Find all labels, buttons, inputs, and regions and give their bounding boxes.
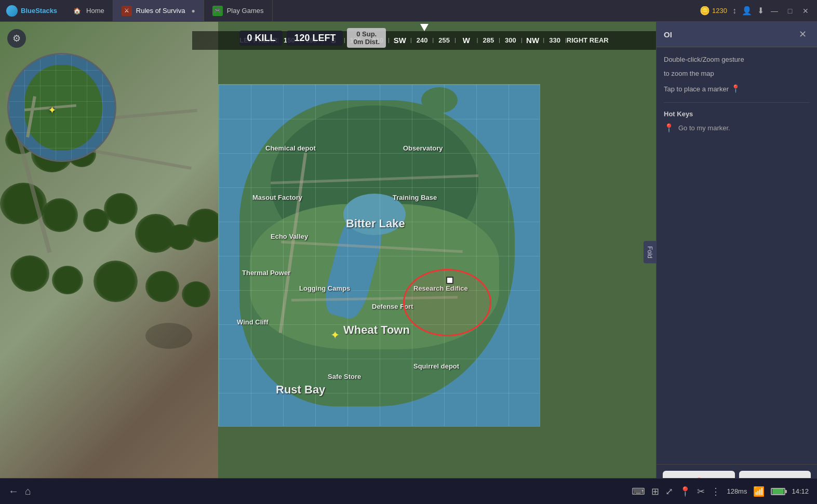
hotkey-1-label: Go to my marker.	[678, 124, 730, 132]
status-bar: ← ⌂ ⌨ ⊞ ⤢ 📍 ✂ ⋮ 128ms 📶 14:12	[0, 478, 817, 504]
user-icon: 👤	[742, 6, 752, 16]
home-icon: 🏠	[72, 6, 82, 16]
kill-counter: 0 KILL	[239, 31, 283, 46]
title-bar-right: 🪙 1230 ↕ 👤 ⬇ — □ ✕	[700, 6, 817, 16]
compass-300: 300	[500, 31, 521, 50]
ping-display: 128ms	[727, 487, 747, 495]
map-label-wheat: Wheat Town	[343, 323, 410, 337]
battery-display	[771, 488, 785, 495]
dist-label: 0m Dist.	[353, 38, 380, 46]
sup-label: 0 Sup.	[353, 30, 380, 38]
compass-nw: NW	[523, 31, 543, 50]
compass-285: 285	[478, 31, 499, 50]
close-button[interactable]: ✕	[800, 6, 811, 16]
wifi-icon: 📶	[753, 486, 765, 497]
tab-rules[interactable]: ⚔ Rules of Surviva ●	[113, 0, 204, 22]
map-label-wind: Wind Cliff	[237, 318, 269, 326]
compass-330: 330	[544, 31, 565, 50]
sup-display: 0 Sup. 0m Dist.	[347, 28, 386, 48]
tab-playgames-label: Play Games	[227, 7, 264, 15]
keyboard-icon[interactable]: ⌨	[632, 486, 645, 497]
bluestacks-label: BlueStacks	[21, 7, 57, 15]
hotkey-item-1: 📍 Go to my marker.	[664, 123, 810, 133]
download-icon: ⬇	[757, 6, 764, 16]
settings-button[interactable]: ⚙	[7, 29, 26, 48]
map-label-chemical-depot: Chemical depot	[265, 144, 316, 152]
pin-icon: 📍	[731, 84, 741, 93]
coin-icon: 🪙	[700, 6, 710, 16]
panel-close-button[interactable]: ✕	[795, 27, 810, 42]
panel-hint-3-text: Tap to place a marker	[664, 85, 729, 93]
scissors-icon[interactable]: ✂	[697, 486, 705, 497]
sidebar-panel: OI ✕ Double-click/Zoom gesture to zoom t…	[656, 22, 817, 504]
marker-icon[interactable]: 📍	[679, 486, 691, 497]
arrow-icon: ↕	[732, 6, 736, 16]
home-button[interactable]: ⌂	[25, 485, 31, 497]
panel-header: OI ✕	[657, 22, 817, 47]
panel-divider	[664, 102, 810, 103]
playgames-icon: 🎮	[212, 6, 223, 16]
game-area[interactable]: ⚙ ✦ LEFT REAR | 150	[0, 22, 656, 504]
panel-title: OI	[664, 30, 672, 39]
coin-area: 🪙 1230	[700, 6, 727, 16]
restore-button[interactable]: □	[785, 6, 795, 16]
map-grid	[219, 85, 540, 426]
map-label-safe: Safe Store	[328, 373, 361, 380]
hud-counters: 0 KILL 120 LEFT 0 Sup. 0m Dist.	[239, 28, 386, 48]
coin-count: 1230	[712, 7, 727, 15]
more-icon[interactable]: ⋮	[711, 486, 720, 497]
layout-icon[interactable]: ⊞	[651, 486, 659, 497]
tab-playgames[interactable]: 🎮 Play Games	[204, 0, 273, 22]
left-counter: 120 LEFT	[287, 31, 343, 46]
map-label-training: Training Base	[393, 194, 437, 201]
compass-255: 255	[434, 31, 454, 50]
fold-tab[interactable]: Fold	[644, 241, 656, 263]
tab-home-label: Home	[86, 7, 104, 15]
map-building-marker	[446, 277, 453, 284]
minimap[interactable]: ✦	[7, 53, 116, 162]
compass-w: W	[456, 31, 477, 50]
title-bar: BlueStacks 🏠 Home ⚔ Rules of Surviva ● 🎮…	[0, 0, 817, 22]
bluestacks-logo: BlueStacks	[0, 5, 63, 17]
status-right: ⌨ ⊞ ⤢ 📍 ✂ ⋮ 128ms 📶 14:12	[623, 486, 817, 497]
tab-rules-label: Rules of Surviva	[136, 7, 185, 15]
map-label-bitter: Bitter Lake	[346, 217, 405, 230]
battery-tip	[785, 490, 787, 493]
minimap-inner: ✦	[9, 55, 115, 160]
compass-indicator	[420, 24, 428, 31]
map-label-rust: Rust Bay	[276, 383, 325, 397]
battery-icon	[771, 488, 785, 495]
minimize-button[interactable]: —	[769, 6, 780, 16]
resize-icon[interactable]: ⤢	[665, 486, 673, 497]
time-display: 14:12	[792, 487, 809, 495]
map-label-echo: Echo Valley	[271, 233, 308, 240]
back-button[interactable]: ←	[8, 485, 19, 497]
rules-icon: ⚔	[122, 6, 132, 16]
map-label-thermal: Thermal Power	[242, 269, 290, 277]
main-area: ⚙ ✦ LEFT REAR | 150	[0, 22, 817, 504]
tab-home[interactable]: 🏠 Home	[63, 0, 113, 22]
battery-fill	[772, 489, 784, 494]
compass-sw: SW	[390, 31, 410, 50]
map-label-observatory: Observatory	[403, 144, 443, 152]
map-label-masout: Masout Factory	[252, 194, 302, 201]
status-left: ← ⌂	[0, 485, 39, 497]
map-player-marker: ✦	[330, 329, 340, 342]
compass-240: 240	[412, 31, 433, 50]
compass-right-rear: RIGHT REAR	[567, 31, 609, 50]
hotkey-pin-icon: 📍	[664, 123, 674, 133]
panel-hint-1: Double-click/Zoom gesture	[664, 55, 810, 65]
map-label-logging: Logging Camps	[299, 284, 350, 292]
tab-rules-active-dot: ●	[191, 7, 195, 15]
map-label-squirrel: Squirrel depot	[413, 362, 459, 370]
panel-body: Double-click/Zoom gesture to zoom the ma…	[657, 47, 817, 464]
game-map[interactable]: Chemical depot Observatory Masout Factor…	[218, 84, 540, 427]
panel-hint-3: Tap to place a marker 📍	[664, 83, 810, 95]
hotkeys-title: Hot Keys	[664, 110, 810, 118]
panel-hint-2: to zoom the map	[664, 69, 810, 79]
